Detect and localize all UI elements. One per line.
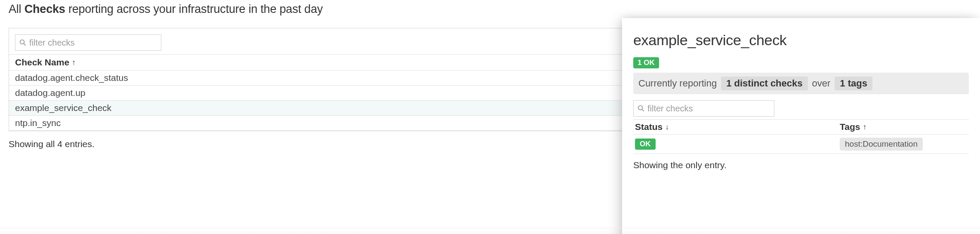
detail-title: example_service_check xyxy=(633,32,969,49)
reporting-prefix: Currently reporting xyxy=(638,78,717,89)
heading-prefix: All xyxy=(9,3,25,15)
page-title: All Checks reporting across your infrast… xyxy=(9,3,971,16)
sort-asc-icon: ↑ xyxy=(863,123,866,132)
distinct-checks-pill: 1 distinct checks xyxy=(721,77,807,90)
svg-point-2 xyxy=(638,106,643,110)
svg-line-1 xyxy=(24,43,25,45)
tags-header-text: Tags xyxy=(840,122,860,132)
svg-point-0 xyxy=(20,40,25,44)
tags-label: tags xyxy=(845,78,867,89)
bottom-divider xyxy=(0,228,980,234)
heading-bold: Checks xyxy=(25,3,65,15)
distinct-label: distinct checks xyxy=(731,78,802,89)
distinct-count: 1 xyxy=(726,78,731,89)
detail-row[interactable]: OK host:Documentation xyxy=(633,135,969,154)
status-header-text: Status xyxy=(635,122,663,132)
detail-table-header: Status ↓ Tags ↑ xyxy=(633,119,969,135)
sort-desc-icon: ↓ xyxy=(665,123,669,132)
status-column-header[interactable]: Status ↓ xyxy=(635,122,840,132)
detail-filter-input-box[interactable] xyxy=(633,100,774,117)
tag-chip[interactable]: host:Documentation xyxy=(840,138,923,151)
status-badge: 1 OK xyxy=(633,57,659,68)
filter-checks-input-box[interactable] xyxy=(15,34,161,51)
search-icon xyxy=(19,39,27,46)
search-icon xyxy=(637,105,645,112)
svg-line-3 xyxy=(642,109,644,111)
detail-filter-input[interactable] xyxy=(645,104,770,114)
tags-count-pill: 1 tags xyxy=(835,77,872,90)
filter-checks-input[interactable] xyxy=(27,38,157,48)
detail-filter-wrap xyxy=(633,100,969,117)
tags-count: 1 xyxy=(840,78,845,89)
reporting-summary-bar: Currently reporting 1 distinct checks ov… xyxy=(633,73,969,94)
tags-column-header[interactable]: Tags ↑ xyxy=(840,122,967,132)
check-name-column-header[interactable]: Check Name ↑ xyxy=(15,57,76,68)
sort-asc-icon: ↑ xyxy=(72,58,76,67)
heading-suffix: reporting across your infrastructure in … xyxy=(65,3,323,15)
detail-entries-summary: Showing the only entry. xyxy=(633,154,969,170)
status-cell: OK xyxy=(635,139,840,150)
status-ok-badge: OK xyxy=(635,139,656,150)
tags-cell: host:Documentation xyxy=(840,138,967,151)
detail-panel: example_service_check 1 OK Currently rep… xyxy=(622,18,980,234)
check-name-header-text: Check Name xyxy=(15,57,69,68)
reporting-over: over xyxy=(812,78,831,89)
